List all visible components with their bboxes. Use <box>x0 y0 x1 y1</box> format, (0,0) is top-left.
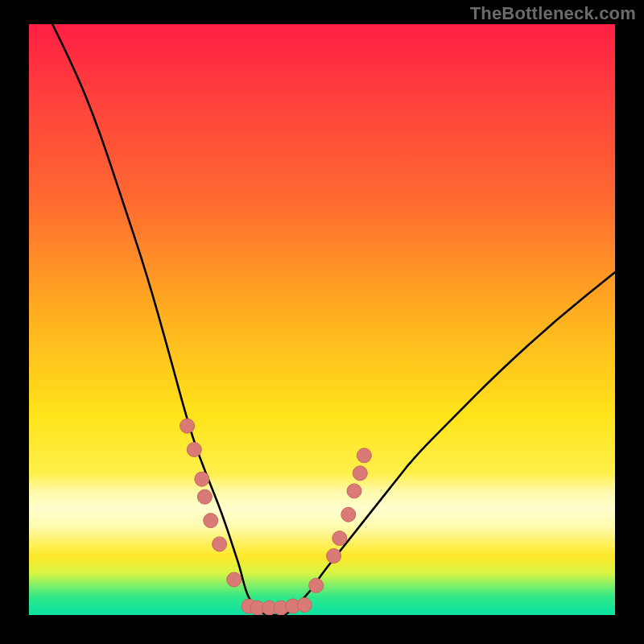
scatter-dot <box>327 549 341 564</box>
chart-svg <box>29 24 615 615</box>
scatter-dot <box>353 466 367 481</box>
scatter-dot <box>213 537 227 551</box>
scatter-dot <box>297 598 312 613</box>
scatter-dot <box>332 531 347 546</box>
scatter-dots <box>180 419 372 615</box>
watermark-text: TheBottleneck.com <box>470 3 636 24</box>
scatter-dot <box>341 507 356 522</box>
scatter-dot <box>195 472 209 486</box>
scatter-dot <box>180 419 195 433</box>
scatter-dot <box>309 578 324 592</box>
scatter-dot <box>197 489 212 504</box>
scatter-dot <box>357 448 371 463</box>
scatter-dot <box>347 484 361 498</box>
bottleneck-curve <box>52 24 615 615</box>
plot-area <box>29 24 615 615</box>
chart-frame: TheBottleneck.com <box>0 0 644 644</box>
scatter-dot <box>187 443 201 457</box>
scatter-dot <box>227 572 242 587</box>
scatter-dot <box>204 514 218 528</box>
